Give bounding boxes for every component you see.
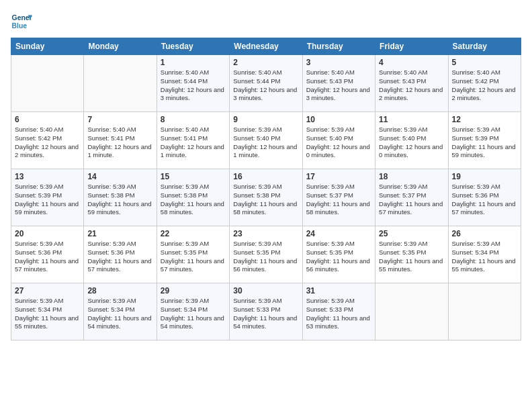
day-info: Sunrise: 5:39 AM Sunset: 5:34 PM Dayligh…: [87, 297, 152, 331]
day-number: 30: [233, 286, 298, 295]
day-info: Sunrise: 5:39 AM Sunset: 5:37 PM Dayligh…: [306, 183, 371, 217]
day-info: Sunrise: 5:39 AM Sunset: 5:39 PM Dayligh…: [15, 183, 80, 217]
day-number: 24: [306, 229, 371, 238]
logo: General Blue: [11, 11, 35, 32]
day-info: Sunrise: 5:39 AM Sunset: 5:38 PM Dayligh…: [161, 183, 226, 217]
calendar-cell: 25Sunrise: 5:39 AM Sunset: 5:35 PM Dayli…: [375, 226, 448, 283]
weekday-header: Thursday: [302, 38, 375, 55]
weekday-header: Tuesday: [157, 38, 229, 55]
calendar-cell: 4Sunrise: 5:40 AM Sunset: 5:43 PM Daylig…: [375, 55, 448, 112]
day-info: Sunrise: 5:39 AM Sunset: 5:37 PM Dayligh…: [379, 183, 444, 217]
calendar-week-row: 13Sunrise: 5:39 AM Sunset: 5:39 PM Dayli…: [11, 169, 521, 226]
day-info: Sunrise: 5:39 AM Sunset: 5:34 PM Dayligh…: [15, 297, 80, 331]
day-number: 5: [452, 58, 517, 67]
day-number: 26: [452, 229, 517, 238]
day-number: 25: [379, 229, 444, 238]
calendar-cell: 6Sunrise: 5:40 AM Sunset: 5:42 PM Daylig…: [11, 112, 84, 169]
calendar-cell: 19Sunrise: 5:39 AM Sunset: 5:36 PM Dayli…: [448, 169, 521, 226]
day-info: Sunrise: 5:39 AM Sunset: 5:39 PM Dayligh…: [452, 126, 517, 160]
calendar-cell: 10Sunrise: 5:39 AM Sunset: 5:40 PM Dayli…: [302, 112, 375, 169]
calendar-cell: [448, 283, 521, 340]
day-number: 31: [306, 286, 371, 295]
calendar-cell: [375, 283, 448, 340]
day-number: 20: [15, 229, 80, 238]
day-info: Sunrise: 5:39 AM Sunset: 5:36 PM Dayligh…: [87, 240, 152, 274]
day-info: Sunrise: 5:39 AM Sunset: 5:35 PM Dayligh…: [161, 240, 226, 274]
weekday-header: Friday: [375, 38, 448, 55]
calendar-cell: 9Sunrise: 5:39 AM Sunset: 5:40 PM Daylig…: [230, 112, 302, 169]
weekday-header: Wednesday: [230, 38, 302, 55]
day-info: Sunrise: 5:39 AM Sunset: 5:35 PM Dayligh…: [233, 240, 298, 274]
calendar-cell: 30Sunrise: 5:39 AM Sunset: 5:33 PM Dayli…: [230, 283, 302, 340]
day-number: 16: [233, 172, 298, 181]
calendar-cell: 20Sunrise: 5:39 AM Sunset: 5:36 PM Dayli…: [11, 226, 84, 283]
calendar-cell: 5Sunrise: 5:40 AM Sunset: 5:42 PM Daylig…: [448, 55, 521, 112]
day-info: Sunrise: 5:39 AM Sunset: 5:34 PM Dayligh…: [161, 297, 226, 331]
day-info: Sunrise: 5:40 AM Sunset: 5:42 PM Dayligh…: [452, 68, 517, 103]
day-number: 21: [87, 229, 152, 238]
day-info: Sunrise: 5:40 AM Sunset: 5:43 PM Dayligh…: [306, 68, 371, 103]
day-number: 19: [452, 172, 517, 181]
calendar-cell: 24Sunrise: 5:39 AM Sunset: 5:35 PM Dayli…: [302, 226, 375, 283]
calendar-table: SundayMondayTuesdayWednesdayThursdayFrid…: [11, 38, 521, 340]
calendar-header: SundayMondayTuesdayWednesdayThursdayFrid…: [11, 38, 521, 55]
calendar-cell: 17Sunrise: 5:39 AM Sunset: 5:37 PM Dayli…: [302, 169, 375, 226]
logo-icon: General Blue: [11, 11, 32, 32]
day-number: 6: [15, 115, 80, 124]
day-number: 29: [161, 286, 226, 295]
day-info: Sunrise: 5:39 AM Sunset: 5:38 PM Dayligh…: [233, 183, 298, 217]
day-number: 3: [306, 58, 371, 67]
day-number: 28: [87, 286, 152, 295]
calendar-cell: 15Sunrise: 5:39 AM Sunset: 5:38 PM Dayli…: [157, 169, 229, 226]
calendar-cell: 22Sunrise: 5:39 AM Sunset: 5:35 PM Dayli…: [157, 226, 229, 283]
day-number: 10: [306, 115, 371, 124]
day-number: 4: [379, 58, 444, 67]
day-info: Sunrise: 5:39 AM Sunset: 5:33 PM Dayligh…: [306, 297, 371, 331]
day-number: 7: [87, 115, 152, 124]
day-number: 27: [15, 286, 80, 295]
day-info: Sunrise: 5:39 AM Sunset: 5:40 PM Dayligh…: [233, 126, 298, 160]
calendar-cell: 27Sunrise: 5:39 AM Sunset: 5:34 PM Dayli…: [11, 283, 84, 340]
weekday-header: Monday: [84, 38, 157, 55]
calendar-cell: 1Sunrise: 5:40 AM Sunset: 5:44 PM Daylig…: [157, 55, 229, 112]
weekday-header: Sunday: [11, 38, 84, 55]
day-info: Sunrise: 5:40 AM Sunset: 5:42 PM Dayligh…: [15, 126, 80, 160]
page-header: General Blue: [11, 11, 521, 32]
calendar-cell: 14Sunrise: 5:39 AM Sunset: 5:38 PM Dayli…: [84, 169, 157, 226]
day-number: 1: [161, 58, 226, 67]
day-info: Sunrise: 5:39 AM Sunset: 5:40 PM Dayligh…: [379, 126, 444, 160]
day-number: 14: [87, 172, 152, 181]
day-number: 11: [379, 115, 444, 124]
calendar-cell: [84, 55, 157, 112]
calendar-cell: 12Sunrise: 5:39 AM Sunset: 5:39 PM Dayli…: [448, 112, 521, 169]
day-info: Sunrise: 5:39 AM Sunset: 5:35 PM Dayligh…: [379, 240, 444, 274]
calendar-cell: 23Sunrise: 5:39 AM Sunset: 5:35 PM Dayli…: [230, 226, 302, 283]
calendar-cell: 8Sunrise: 5:40 AM Sunset: 5:41 PM Daylig…: [157, 112, 229, 169]
calendar-cell: 31Sunrise: 5:39 AM Sunset: 5:33 PM Dayli…: [302, 283, 375, 340]
calendar-week-row: 27Sunrise: 5:39 AM Sunset: 5:34 PM Dayli…: [11, 283, 521, 340]
day-number: 12: [452, 115, 517, 124]
calendar-cell: 11Sunrise: 5:39 AM Sunset: 5:40 PM Dayli…: [375, 112, 448, 169]
calendar-cell: 2Sunrise: 5:40 AM Sunset: 5:44 PM Daylig…: [230, 55, 302, 112]
day-info: Sunrise: 5:39 AM Sunset: 5:35 PM Dayligh…: [306, 240, 371, 274]
day-number: 22: [161, 229, 226, 238]
day-number: 9: [233, 115, 298, 124]
day-info: Sunrise: 5:39 AM Sunset: 5:33 PM Dayligh…: [233, 297, 298, 331]
day-info: Sunrise: 5:39 AM Sunset: 5:34 PM Dayligh…: [452, 240, 517, 274]
calendar-cell: 16Sunrise: 5:39 AM Sunset: 5:38 PM Dayli…: [230, 169, 302, 226]
day-info: Sunrise: 5:40 AM Sunset: 5:44 PM Dayligh…: [233, 68, 298, 103]
calendar-cell: 7Sunrise: 5:40 AM Sunset: 5:41 PM Daylig…: [84, 112, 157, 169]
day-number: 15: [161, 172, 226, 181]
day-number: 2: [233, 58, 298, 67]
day-number: 18: [379, 172, 444, 181]
day-info: Sunrise: 5:40 AM Sunset: 5:41 PM Dayligh…: [161, 126, 226, 160]
day-number: 23: [233, 229, 298, 238]
day-info: Sunrise: 5:39 AM Sunset: 5:36 PM Dayligh…: [452, 183, 517, 217]
day-info: Sunrise: 5:40 AM Sunset: 5:44 PM Dayligh…: [161, 68, 226, 103]
day-info: Sunrise: 5:40 AM Sunset: 5:41 PM Dayligh…: [87, 126, 152, 160]
day-number: 13: [15, 172, 80, 181]
calendar-week-row: 1Sunrise: 5:40 AM Sunset: 5:44 PM Daylig…: [11, 55, 521, 112]
calendar-cell: 3Sunrise: 5:40 AM Sunset: 5:43 PM Daylig…: [302, 55, 375, 112]
day-number: 17: [306, 172, 371, 181]
calendar-cell: 13Sunrise: 5:39 AM Sunset: 5:39 PM Dayli…: [11, 169, 84, 226]
